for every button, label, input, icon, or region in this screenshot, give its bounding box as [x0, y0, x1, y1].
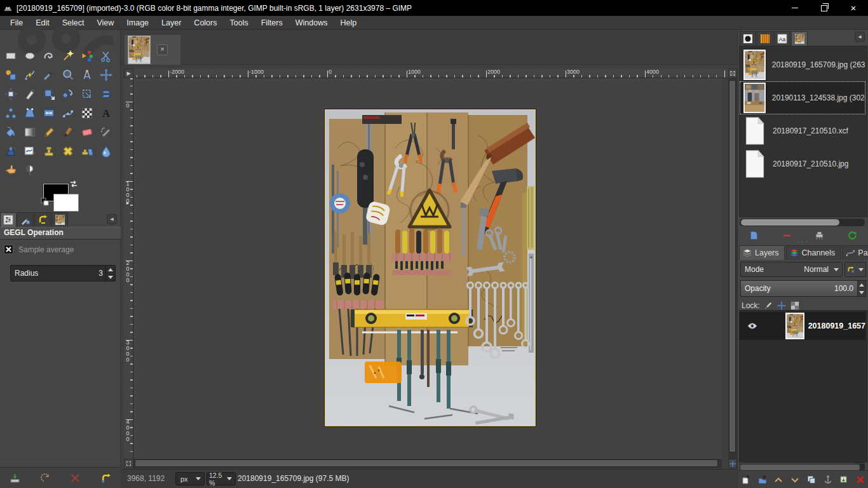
- remove-image-button[interactable]: [782, 230, 792, 241]
- layer-mode-switch-button[interactable]: [844, 262, 866, 277]
- refresh-button[interactable]: [847, 230, 858, 241]
- menu-windows[interactable]: Windows: [289, 16, 334, 30]
- image-list-item-selected[interactable]: 20190113_124538.jpg (3024: [740, 81, 865, 114]
- layer-name[interactable]: 20180919_1657: [808, 322, 865, 330]
- canvas-image[interactable]: [325, 109, 536, 426]
- tool-smudge[interactable]: [1, 161, 20, 180]
- duplicate-layer-button[interactable]: [806, 475, 817, 485]
- layer-mode-dropdown[interactable]: Mode Normal: [740, 262, 843, 277]
- layer-visibility-icon[interactable]: [747, 322, 757, 330]
- tool-bucket-fill[interactable]: [1, 123, 20, 142]
- navigation-button[interactable]: [728, 459, 737, 468]
- tool-rotate[interactable]: [58, 85, 78, 104]
- tool-blur-sharpen[interactable]: [97, 142, 116, 161]
- tool-zoom[interactable]: [58, 65, 78, 85]
- reset-tool-button[interactable]: [100, 473, 111, 484]
- lock-pixels-button[interactable]: [764, 301, 773, 310]
- tab-brushes[interactable]: [740, 31, 756, 46]
- tab-channels[interactable]: Channels: [786, 245, 841, 260]
- tool-rectangle-select[interactable]: [1, 46, 20, 65]
- raise-layer-button[interactable]: [773, 475, 783, 485]
- tool-paths[interactable]: [20, 65, 39, 85]
- tab-undo-history[interactable]: [34, 212, 51, 227]
- tool-foreground-select[interactable]: [1, 65, 20, 85]
- tool-move[interactable]: [97, 65, 116, 85]
- radius-spinner[interactable]: Radius 3: [10, 265, 116, 281]
- tool-align[interactable]: [1, 85, 20, 104]
- tool-crop[interactable]: [20, 85, 39, 104]
- menu-help[interactable]: Help: [334, 16, 363, 30]
- zoom-follow-window-button[interactable]: [728, 69, 737, 78]
- opacity-spin-arrows[interactable]: [858, 280, 866, 297]
- left-dock-collapse-button[interactable]: ◀: [107, 214, 117, 224]
- menu-filters[interactable]: Filters: [255, 16, 289, 30]
- menu-tools[interactable]: Tools: [223, 16, 254, 30]
- tool-dodge-burn[interactable]: [20, 161, 39, 180]
- new-display-button[interactable]: [814, 230, 825, 241]
- merge-layer-button[interactable]: [839, 475, 849, 485]
- tool-heal[interactable]: [58, 142, 78, 161]
- layer-row[interactable]: 20180919_1657: [740, 312, 865, 340]
- opacity-slider[interactable]: Opacity 100.0: [740, 280, 858, 297]
- delete-layer-button[interactable]: [855, 475, 865, 485]
- tool-warp-transform[interactable]: [58, 104, 78, 123]
- minimize-button[interactable]: [780, 0, 810, 16]
- sample-average-checkbox[interactable]: [4, 245, 13, 254]
- tool-color-picker[interactable]: [39, 65, 58, 85]
- save-preset-button[interactable]: [10, 473, 20, 484]
- tool-ink[interactable]: [1, 142, 20, 161]
- tab-fonts[interactable]: Aa: [774, 31, 790, 46]
- background-color-swatch[interactable]: [53, 194, 79, 212]
- image-tab-close-button[interactable]: ×: [157, 44, 168, 55]
- vertical-scrollbar[interactable]: [728, 78, 737, 459]
- tool-eraser[interactable]: [78, 123, 97, 142]
- unit-dropdown[interactable]: px: [175, 472, 205, 485]
- tab-paths[interactable]: Paths: [842, 245, 868, 260]
- tool-perspective-clone[interactable]: [78, 142, 97, 161]
- new-layer-group-button[interactable]: [757, 475, 768, 485]
- tab-device-status[interactable]: ?: [17, 212, 34, 227]
- delete-preset-button[interactable]: [70, 473, 81, 484]
- image-list-item[interactable]: 20180917_210510.xcf: [740, 114, 865, 147]
- swap-colors-icon[interactable]: [69, 180, 79, 189]
- tool-select-by-color[interactable]: [78, 46, 97, 65]
- tool-clone[interactable]: [39, 142, 58, 161]
- horizontal-scrollbar[interactable]: [133, 459, 722, 468]
- horizontal-scrollbar-thumb[interactable]: [135, 459, 718, 467]
- lock-position-button[interactable]: [777, 301, 786, 310]
- tool-fuzzy-select[interactable]: [58, 46, 78, 65]
- image-list-item[interactable]: 20180917_210510.jpg: [740, 147, 865, 180]
- default-colors-icon[interactable]: [41, 198, 50, 207]
- tool-shear[interactable]: [97, 85, 116, 104]
- tool-perspective[interactable]: [20, 104, 39, 123]
- zoom-dropdown[interactable]: 12.5 %: [207, 472, 236, 485]
- restore-button[interactable]: [810, 0, 839, 16]
- vertical-ruler[interactable]: 0 1000 2000 3000 4000 ▸: [124, 78, 133, 459]
- menu-layer[interactable]: Layer: [155, 16, 187, 30]
- radius-spin-arrows[interactable]: [105, 266, 115, 281]
- tab-tool-options[interactable]: [0, 212, 17, 227]
- tool-scissors-select[interactable]: [97, 46, 116, 65]
- tool-ellipse-select[interactable]: [20, 46, 39, 65]
- tool-airbrush[interactable]: [97, 123, 116, 142]
- images-list-scrollbar-thumb[interactable]: [741, 219, 839, 226]
- lock-alpha-button[interactable]: [790, 301, 799, 310]
- dock-resize-grip[interactable]: ···: [738, 240, 868, 245]
- tool-free-select[interactable]: [39, 46, 58, 65]
- vertical-scrollbar-thumb[interactable]: [729, 80, 736, 452]
- tool-flip[interactable]: [39, 104, 58, 123]
- layer-list-scrollbar-thumb[interactable]: [740, 464, 860, 470]
- tool-text[interactable]: A: [97, 104, 116, 123]
- new-layer-button[interactable]: [741, 475, 751, 485]
- tool-scale[interactable]: [78, 85, 97, 104]
- restore-preset-button[interactable]: [40, 473, 51, 484]
- image-tab[interactable]: ×: [124, 34, 181, 65]
- tab-patterns[interactable]: [757, 31, 773, 46]
- menu-image[interactable]: Image: [120, 16, 155, 30]
- image-list-item[interactable]: 20180919_165709.jpg (2631: [740, 48, 865, 81]
- raise-displays-button[interactable]: [749, 230, 759, 241]
- tool-cage-transform[interactable]: [78, 104, 97, 123]
- menu-colors[interactable]: Colors: [187, 16, 223, 30]
- ruler-corner-button[interactable]: ▶: [124, 69, 133, 78]
- right-dock-collapse-button[interactable]: ◀: [855, 32, 865, 42]
